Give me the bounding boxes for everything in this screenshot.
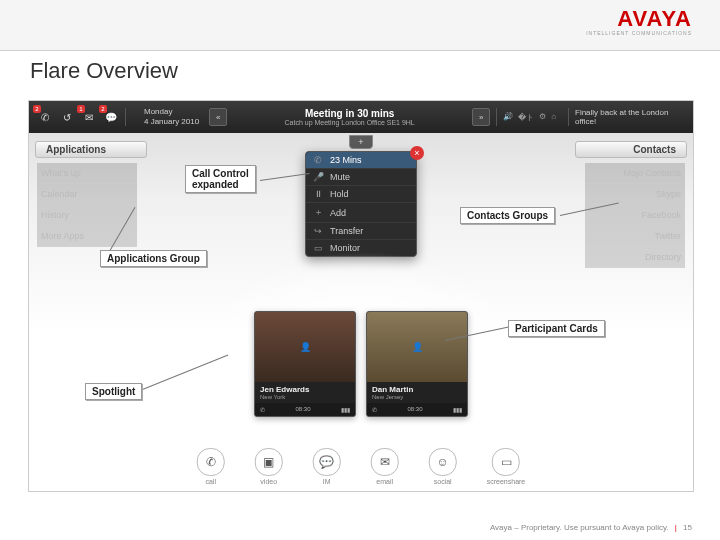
date-label: 4 January 2010: [144, 117, 199, 127]
avatar: 👤: [255, 312, 355, 382]
prev-button[interactable]: «: [209, 108, 227, 126]
email-icon: ✉: [371, 448, 399, 476]
contacts-header: Contacts: [575, 141, 687, 158]
dock-video[interactable]: ▣video: [255, 448, 283, 485]
badge-count: 2: [33, 105, 41, 113]
notification-icons: ✆2 ↺ ✉1 💬2: [37, 109, 119, 125]
meeting-title: Meeting in 30 mins: [227, 108, 472, 119]
call-icon: ✆: [197, 448, 225, 476]
home-icon[interactable]: ⌂: [551, 112, 556, 123]
call-duration-row: ✆ 23 Mins ×: [306, 152, 416, 169]
action-dock: ✆call ▣video 💬IM ✉email ☺social ▭screens…: [197, 448, 526, 485]
im-icon: 💬: [313, 448, 341, 476]
system-tray: 🔊 �ト ⚙ ⌂: [503, 112, 556, 123]
meeting-info[interactable]: Meeting in 30 mins Catch up Meeting Lond…: [227, 108, 472, 126]
page-number: 15: [683, 523, 692, 532]
brand-tagline: INTELLIGENT COMMUNICATIONS: [586, 30, 692, 36]
call-duration: 23 Mins: [330, 155, 362, 165]
video-icon: ▣: [255, 448, 283, 476]
slide-footer: Avaya – Proprietary. Use pursuant to Ava…: [490, 523, 692, 532]
settings-icon[interactable]: ⚙: [539, 112, 546, 123]
date-display: Monday 4 January 2010: [144, 107, 199, 127]
sidebar-item[interactable]: Mojo Contacts: [585, 163, 685, 184]
pause-icon: ⏸: [312, 189, 324, 199]
wifi-icon[interactable]: �ト: [518, 112, 534, 123]
mail-icon[interactable]: ✉1: [81, 109, 97, 125]
participant-location: New Jersey: [372, 394, 462, 400]
slide-title: Flare Overview: [30, 58, 178, 84]
sidebar-item[interactable]: Twitter: [585, 226, 685, 247]
participant-card[interactable]: 👤 Dan Martin New Jersey ✆08:30▮▮▮: [366, 311, 468, 417]
voicemail-icon[interactable]: ↺: [59, 109, 75, 125]
transfer-button[interactable]: ↪Transfer: [306, 223, 416, 240]
callout-spotlight: Spotlight: [85, 383, 142, 400]
screenshare-icon: ▭: [492, 448, 520, 476]
participant-name: Dan Martin: [372, 385, 462, 394]
social-icon: ☺: [429, 448, 457, 476]
participant-name: Jen Edwards: [260, 385, 350, 394]
mic-icon: 🎤: [312, 172, 324, 182]
day-label: Monday: [144, 107, 199, 117]
sidebar-item[interactable]: Directory: [585, 247, 685, 268]
status-icon: ✆: [372, 406, 377, 413]
brand-name: AVAYA: [586, 6, 692, 32]
callout-participant-cards: Participant Cards: [508, 320, 605, 337]
status-icon: ✆: [260, 406, 265, 413]
signal-icon: ▮▮▮: [341, 406, 350, 413]
app-top-bar: ✆2 ↺ ✉1 💬2 Monday 4 January 2010 « Meeti…: [29, 101, 693, 133]
dock-email[interactable]: ✉email: [371, 448, 399, 485]
sidebar-item[interactable]: Skype: [585, 184, 685, 205]
sidebar-item[interactable]: History: [37, 205, 137, 226]
header-bar: AVAYA INTELLIGENT COMMUNICATIONS: [0, 0, 720, 51]
phone-icon: ✆: [312, 155, 324, 165]
plus-icon: ＋: [312, 206, 324, 219]
participant-location: New York: [260, 394, 350, 400]
status-message[interactable]: Finally back at the London office!: [575, 108, 685, 126]
participant-time: 08:30: [407, 406, 422, 413]
callout-contacts-groups: Contacts Groups: [460, 207, 555, 224]
applications-list: What's up Calendar History More Apps: [37, 163, 137, 247]
sound-icon[interactable]: 🔊: [503, 112, 513, 123]
hold-button[interactable]: ⏸Hold: [306, 186, 416, 203]
flare-app-screenshot: ✆2 ↺ ✉1 💬2 Monday 4 January 2010 « Meeti…: [28, 100, 694, 492]
dock-social[interactable]: ☺social: [429, 448, 457, 485]
avatar: 👤: [367, 312, 467, 382]
badge-count: 1: [77, 105, 85, 113]
callout-applications-group: Applications Group: [100, 250, 207, 267]
phone-icon[interactable]: ✆2: [37, 109, 53, 125]
signal-icon: ▮▮▮: [453, 406, 462, 413]
brand-logo: AVAYA INTELLIGENT COMMUNICATIONS: [586, 6, 692, 36]
next-button[interactable]: »: [472, 108, 490, 126]
expand-handle[interactable]: +: [349, 135, 373, 149]
call-control-panel: ✆ 23 Mins × 🎤Mute ⏸Hold ＋Add ↪Transfer ▭…: [305, 151, 417, 257]
dock-call[interactable]: ✆call: [197, 448, 225, 485]
participant-time: 08:30: [295, 406, 310, 413]
badge-count: 2: [99, 105, 107, 113]
add-button[interactable]: ＋Add: [306, 203, 416, 223]
transfer-icon: ↪: [312, 226, 324, 236]
callout-call-control: Call Control expanded: [185, 165, 256, 193]
close-icon[interactable]: ×: [410, 146, 424, 160]
contacts-list: Mojo Contacts Skype Facebook Twitter Dir…: [585, 163, 685, 268]
applications-header: Applications: [35, 141, 147, 158]
sidebar-item[interactable]: Facebook: [585, 205, 685, 226]
mute-button[interactable]: 🎤Mute: [306, 169, 416, 186]
participant-cards: 👤 Jen Edwards New York ✆08:30▮▮▮ 👤 Dan M…: [254, 311, 468, 417]
monitor-icon: ▭: [312, 243, 324, 253]
sidebar-item[interactable]: Calendar: [37, 184, 137, 205]
meeting-location: Catch up Meeting London Office SE1 9HL: [227, 119, 472, 126]
sidebar-item[interactable]: What's up: [37, 163, 137, 184]
participant-card[interactable]: 👤 Jen Edwards New York ✆08:30▮▮▮: [254, 311, 356, 417]
im-icon[interactable]: 💬2: [103, 109, 119, 125]
dock-screenshare[interactable]: ▭screenshare: [487, 448, 526, 485]
footer-text: Avaya – Proprietary. Use pursuant to Ava…: [490, 523, 669, 532]
dock-im[interactable]: 💬IM: [313, 448, 341, 485]
